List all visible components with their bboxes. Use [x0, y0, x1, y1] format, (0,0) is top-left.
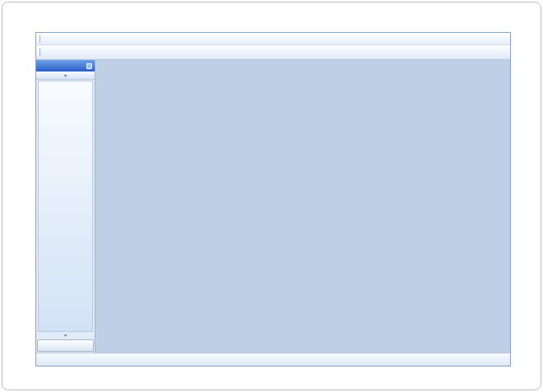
- main-toolbar: [36, 45, 510, 60]
- menubar-drag-handle[interactable]: [38, 35, 40, 43]
- sidebar-scroll-down[interactable]: ▾: [36, 333, 95, 339]
- status-bar: [36, 353, 510, 366]
- main-area: ▴ ▾: [36, 60, 510, 353]
- sidebar-header: [36, 60, 95, 71]
- app-window: ▴ ▾: [35, 32, 511, 367]
- sidebar: ▴ ▾: [36, 60, 95, 353]
- tab-message-management[interactable]: [37, 339, 94, 352]
- menu-bar: [36, 33, 510, 45]
- sidebar-scroll-up[interactable]: ▴: [36, 71, 95, 80]
- toolbar-drag-handle[interactable]: [38, 48, 40, 56]
- sidebar-project-items: [38, 81, 93, 332]
- mdi-area: [95, 60, 510, 353]
- screenshot-frame: ▴ ▾: [2, 2, 541, 390]
- pin-icon[interactable]: [86, 63, 92, 69]
